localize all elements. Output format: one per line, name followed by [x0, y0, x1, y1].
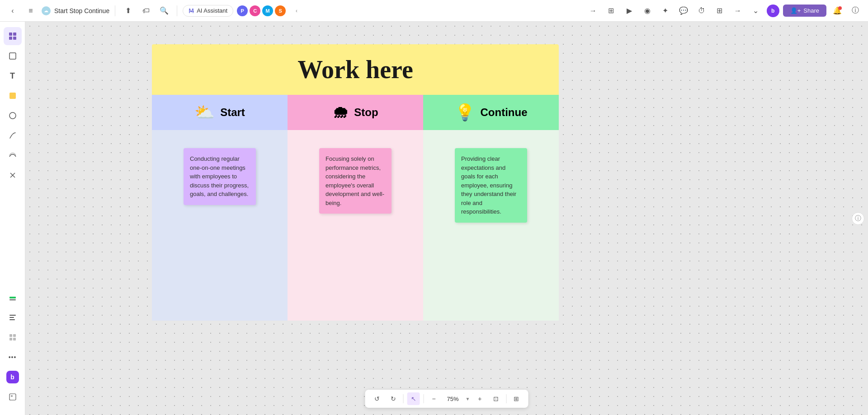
undo-icon: ↺ — [374, 395, 380, 402]
stop-note[interactable]: Focusing solely on performance metrics, … — [319, 148, 392, 214]
cursor-button[interactable]: ↖ — [407, 392, 420, 405]
share-button[interactable]: 👤+ Share — [783, 5, 826, 17]
svg-rect-5 — [9, 93, 16, 99]
menu-button[interactable]: ≡ — [24, 4, 38, 18]
zoom-in-button[interactable]: + — [473, 392, 486, 405]
ai-assistant-button[interactable]: M̶ AI Assistant — [183, 5, 233, 17]
ai-label: AI Assistant — [197, 7, 227, 14]
upload-icon: ⬆ — [125, 6, 131, 15]
svg-rect-0 — [9, 33, 12, 36]
bottom-toolbar: ↺ ↻ ↖ − 75% ▼ + ⊡ ⊞ — [365, 390, 528, 408]
sidebar-tool-text[interactable]: T — [4, 67, 22, 85]
zoom-out-button[interactable]: − — [428, 392, 440, 405]
svg-rect-2 — [9, 37, 12, 40]
svg-rect-4 — [9, 53, 16, 59]
template-button[interactable]: ⊞ — [604, 4, 618, 18]
timer-button[interactable]: ⏱ — [694, 4, 709, 18]
sidebar-tool-text2[interactable] — [4, 308, 22, 326]
more-icon: ••• — [9, 354, 17, 361]
fit-button[interactable]: ⊡ — [490, 392, 502, 405]
share-label: Share — [803, 7, 819, 14]
col-body-continue[interactable]: Providing clear expectations and goals f… — [423, 130, 559, 321]
board-title-bar: Work here — [152, 44, 559, 95]
continue-emoji: 💡 — [455, 103, 475, 122]
svg-rect-13 — [9, 319, 15, 320]
start-note[interactable]: Conducting regular one-on-one meetings w… — [184, 148, 256, 205]
sidebar-tool-frame[interactable] — [4, 47, 22, 65]
play-button[interactable]: ▶ — [622, 4, 637, 18]
star-button[interactable]: ✦ — [658, 4, 673, 18]
left-sidebar: T ••• — [0, 22, 25, 415]
notification-dot — [838, 6, 842, 10]
start-label: Start — [220, 106, 245, 119]
sidebar-tool-table[interactable] — [4, 328, 22, 346]
board-columns: ⛅ Start Conducting regular one-on-one me… — [152, 95, 559, 321]
sidebar-tool-shape[interactable] — [4, 107, 22, 125]
chevron-button[interactable]: ⌄ — [749, 4, 763, 18]
svg-rect-16 — [9, 338, 12, 340]
svg-rect-18 — [9, 394, 16, 400]
share-icon: 👤+ — [790, 7, 801, 14]
col-header-stop: 🌧 Stop — [288, 95, 423, 130]
sidebar-bottom: ••• b — [4, 289, 22, 410]
zoom-dropdown-icon[interactable]: ▼ — [466, 396, 470, 401]
main-layout: T ••• — [0, 22, 868, 415]
svg-rect-10 — [9, 299, 16, 300]
start-emoji: ⛅ — [194, 103, 215, 122]
sidebar-tool-brand[interactable]: b — [4, 368, 22, 386]
badge-c: C — [250, 5, 260, 16]
bottom-divider — [403, 394, 404, 403]
continue-note[interactable]: Providing clear expectations and goals f… — [455, 148, 527, 223]
svg-rect-17 — [13, 338, 16, 340]
minimap-button[interactable]: ⊞ — [510, 392, 523, 405]
svg-rect-14 — [9, 334, 12, 337]
sidebar-tool-minimap[interactable] — [4, 388, 22, 406]
user-avatar[interactable]: b — [767, 5, 779, 17]
stop-emoji: 🌧 — [332, 103, 349, 122]
comment-button[interactable]: 💬 — [676, 4, 691, 18]
sidebar-tool-more[interactable]: ••• — [4, 348, 22, 366]
col-header-start: ⛅ Start — [152, 95, 288, 130]
col-stop: 🌧 Stop Focusing solely on performance me… — [288, 95, 423, 321]
canvas-area[interactable]: Work here ⛅ Start Conducting regular one… — [25, 22, 868, 415]
toolbar-divider-2 — [177, 5, 177, 16]
help-button[interactable]: ⓘ — [848, 4, 863, 18]
svg-point-6 — [9, 112, 16, 119]
col-body-stop[interactable]: Focusing solely on performance metrics, … — [288, 130, 423, 321]
undo-button[interactable]: ↺ — [371, 392, 383, 405]
arrow2-button[interactable]: → — [731, 4, 745, 18]
app-title: Start Stop Continue — [54, 7, 109, 14]
tag-button[interactable]: 🏷 — [139, 4, 153, 18]
stop-note-text: Focusing solely on performance metrics, … — [326, 155, 384, 206]
sidebar-tool-scissors[interactable] — [4, 166, 22, 184]
continue-label: Continue — [481, 106, 528, 119]
back-button[interactable]: ‹ — [5, 4, 20, 18]
tag-icon: 🏷 — [142, 7, 150, 15]
bottom-divider3 — [506, 394, 506, 403]
sidebar-tool-brush[interactable] — [4, 146, 22, 164]
expand-button[interactable]: → — [586, 4, 600, 18]
app-icon: ☁ — [42, 6, 51, 15]
integrations-button[interactable]: ⊞ — [712, 4, 727, 18]
badge-sf: S — [275, 5, 286, 16]
stop-label: Stop — [354, 106, 378, 119]
sidebar-tool-sticky[interactable] — [4, 87, 22, 105]
right-info-button[interactable]: ⓘ — [852, 212, 864, 225]
svg-rect-19 — [11, 395, 13, 397]
sidebar-tool-highlight[interactable] — [4, 289, 22, 307]
upload-button[interactable]: ⬆ — [121, 4, 135, 18]
notification-button[interactable]: 🔔 — [830, 4, 844, 18]
badge-p: P — [237, 5, 248, 16]
board-container: Work here ⛅ Start Conducting regular one… — [152, 44, 559, 321]
sidebar-tool-pen[interactable] — [4, 126, 22, 145]
ai-icon: M̶ — [189, 7, 194, 14]
present-button[interactable]: ◉ — [640, 4, 655, 18]
redo-button[interactable]: ↻ — [387, 392, 400, 405]
brand-icon: b — [6, 371, 19, 383]
more-apps-button[interactable]: ‹ — [289, 4, 304, 18]
sidebar-tool-home[interactable] — [4, 27, 22, 45]
search-button[interactable]: 🔍 — [157, 4, 171, 18]
continue-note-text: Providing clear expectations and goals f… — [461, 155, 516, 215]
col-body-start[interactable]: Conducting regular one-on-one meetings w… — [152, 130, 288, 321]
collaborator-icons: P C M S — [237, 5, 286, 16]
